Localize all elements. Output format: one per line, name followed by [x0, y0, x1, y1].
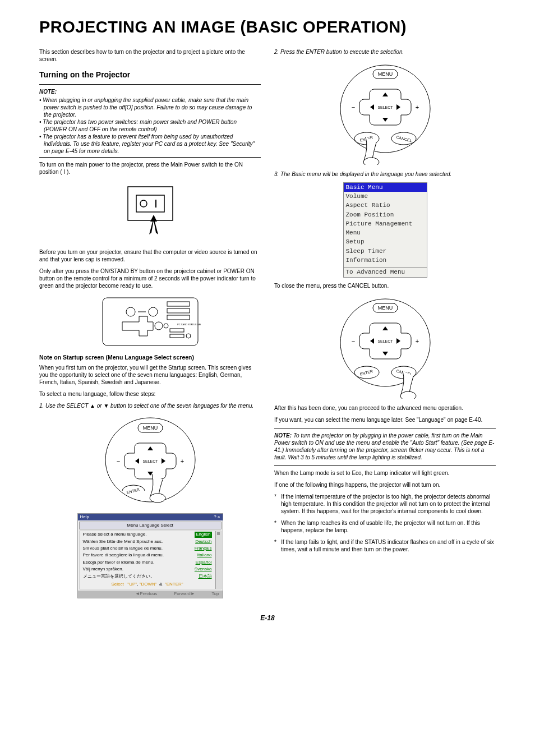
menu-item[interactable]: Zoom Position	[344, 210, 427, 219]
startup-steps-intro: To select a menu language, follow these …	[39, 390, 261, 398]
svg-point-12	[155, 322, 163, 330]
forward-link[interactable]: Forward►	[174, 591, 195, 597]
troubleshoot-item: When the lamp reaches its end of usable …	[274, 519, 496, 534]
troubleshoot-item: If the lamp fails to light, and if the S…	[274, 538, 496, 553]
prev-link[interactable]: ◄Previous	[135, 591, 157, 597]
svg-point-8	[149, 307, 158, 316]
svg-point-2	[140, 200, 147, 207]
svg-rect-15	[170, 334, 184, 338]
startup-text: When you first turn on the projector, yo…	[39, 364, 261, 386]
basic-menu-title: Basic Menu	[344, 183, 427, 192]
after-text-2: If you want, you can select the menu lan…	[274, 416, 496, 423]
startup-heading: Note on Startup screen (Menu Language Se…	[39, 354, 261, 362]
cabinet-buttons-icon: PC CARD STATUS LAMP	[100, 295, 201, 348]
right-column: 2. Press the ENTER button to execute the…	[274, 48, 496, 603]
svg-rect-10	[167, 308, 190, 313]
troubleshoot-list: If the internal temperature of the proje…	[274, 493, 496, 553]
after-text-1: After this has been done, you can procee…	[274, 404, 496, 412]
svg-rect-0	[128, 187, 173, 220]
lang-row[interactable]: Please select a menu language.English	[80, 531, 215, 538]
menu-item[interactable]: Picture Management	[344, 219, 427, 228]
svg-text:ENTER: ENTER	[126, 487, 140, 495]
close-menu-text: To close the menu, press the CANCEL butt…	[274, 282, 496, 289]
menu-item[interactable]: Sleep Timer	[344, 247, 427, 256]
menu-item[interactable]: Menu	[344, 228, 427, 237]
intro-text: This section describes how to turn on th…	[39, 48, 261, 63]
lang-row[interactable]: Per favore di scegliere la lingua di men…	[80, 552, 215, 559]
note-item: When plugging in or unplugging the suppl…	[39, 96, 261, 118]
lang-row[interactable]: メニュー言語を選択してください。日本語	[80, 573, 215, 580]
turning-on-heading: Turning on the Projector	[39, 70, 261, 80]
lang-row[interactable]: Escoja por favor el idioma de menú.Españ…	[80, 559, 215, 566]
svg-text:+: +	[415, 104, 418, 110]
top-link[interactable]: Top	[212, 591, 219, 597]
svg-text:−: −	[351, 104, 354, 110]
svg-point-16	[186, 334, 191, 338]
lang-row[interactable]: S'il vous plaît choisir la langue de men…	[80, 545, 215, 552]
svg-text:SELECT: SELECT	[142, 459, 158, 463]
basic-menu: Basic Menu Volume Aspect Ratio Zoom Posi…	[343, 182, 427, 278]
power-switch-icon	[117, 181, 184, 243]
menu-item[interactable]: Setup	[344, 237, 427, 246]
svg-point-55	[400, 391, 416, 399]
note-list: When plugging in or unplugging the suppl…	[39, 96, 261, 155]
dpad-select-icon: MENU SELECT − + ENTER	[103, 415, 198, 508]
standby-text: Only after you press the ON/STAND BY but…	[39, 268, 261, 289]
svg-text:MENU: MENU	[377, 305, 393, 311]
menu-item[interactable]: Volume	[344, 192, 427, 201]
dialog-controls: ? ×	[214, 514, 220, 520]
svg-point-42	[363, 158, 379, 165]
svg-text:+: +	[180, 458, 183, 464]
dpad-enter-icon: MENU SELECT − + ENTER CANCEL	[338, 61, 433, 165]
menu-item[interactable]: Aspect Ratio	[344, 201, 427, 210]
lang-row[interactable]: Wählen Sie bitte die Menü Sprache aus.De…	[80, 538, 215, 545]
step-1: 1. Use the SELECT ▲ or ▼ button to selec…	[39, 402, 261, 409]
lamp-text-2: If one of the following things happens, …	[274, 481, 496, 488]
note-item: The projector has two power switches: ma…	[39, 118, 261, 133]
svg-point-6	[126, 307, 135, 316]
note-label: NOTE:	[39, 88, 261, 95]
menu-item[interactable]: Information	[344, 256, 427, 265]
left-column: This section describes how to turn on th…	[39, 48, 261, 603]
lang-row[interactable]: Välj menyn språken.Svenska	[80, 566, 215, 573]
note-item: The projector has a feature to prevent i…	[39, 133, 261, 155]
dpad-cancel-icon: MENU SELECT − + ENTER CANCEL	[338, 295, 433, 399]
dialog-title: Help	[80, 514, 89, 520]
dialog-subtitle: Menu Language Select	[79, 522, 222, 529]
step-2: 2. Press the ENTER button to execute the…	[274, 48, 496, 56]
language-select-dialog: Help ? × Menu Language Select Please sel…	[77, 513, 223, 598]
svg-text:SELECT: SELECT	[377, 339, 393, 343]
svg-rect-11	[167, 315, 190, 320]
svg-text:MENU: MENU	[142, 425, 158, 431]
svg-text:SELECT: SELECT	[377, 105, 393, 109]
lamp-text: When the Lamp mode is set to Eco, the La…	[274, 469, 496, 477]
page-title: PROJECTING AN IMAGE (BASIC OPERATION)	[39, 17, 496, 38]
svg-rect-9	[167, 302, 190, 306]
svg-point-29	[150, 494, 165, 503]
advanced-menu-link[interactable]: To Advanced Menu	[344, 267, 427, 276]
svg-point-13	[164, 324, 168, 328]
svg-text:−: −	[116, 458, 119, 464]
svg-text:+: +	[415, 338, 418, 344]
main-power-text: To turn on the main power to the project…	[39, 161, 261, 176]
before-turn-on-text: Before you turn on your projector, ensur…	[39, 248, 261, 263]
svg-text:−: −	[351, 338, 354, 344]
page-number: E-18	[39, 614, 496, 623]
troubleshoot-item: If the internal temperature of the proje…	[274, 493, 496, 515]
select-hint: Select "UP", "DOWN" & "ENTER"	[80, 580, 215, 589]
step-3: 3. The Basic menu will be displayed in t…	[274, 170, 496, 178]
svg-rect-14	[170, 329, 184, 332]
svg-text:PC CARD STATUS LAMP: PC CARD STATUS LAMP	[177, 323, 201, 326]
svg-marker-4	[150, 215, 157, 222]
note-autostart: NOTE: To turn the projector on by pluggi…	[274, 432, 496, 461]
svg-text:MENU: MENU	[377, 71, 393, 77]
